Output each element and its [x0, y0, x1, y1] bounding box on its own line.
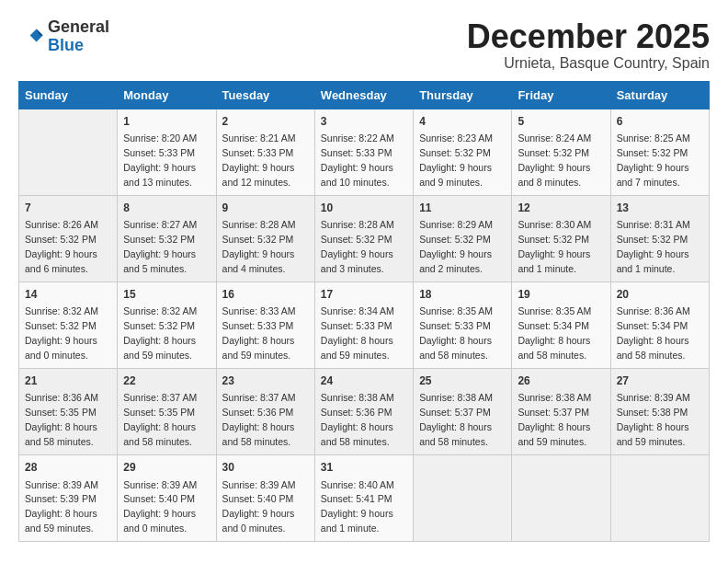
day-info: Sunrise: 8:22 AM Sunset: 5:33 PM Dayligh…	[321, 132, 394, 188]
header-thursday: Thursday	[414, 81, 512, 109]
day-number: 1	[123, 114, 210, 130]
day-info: Sunrise: 8:28 AM Sunset: 5:32 PM Dayligh…	[321, 219, 394, 274]
day-info: Sunrise: 8:38 AM Sunset: 5:36 PM Dayligh…	[321, 392, 394, 447]
day-number: 27	[617, 373, 703, 389]
table-row	[512, 455, 610, 542]
table-row: 22Sunrise: 8:37 AM Sunset: 5:35 PM Dayli…	[118, 369, 216, 455]
day-number: 29	[123, 460, 210, 476]
table-row: 8Sunrise: 8:27 AM Sunset: 5:32 PM Daylig…	[118, 195, 216, 282]
calendar-table: Sunday Monday Tuesday Wednesday Thursday…	[18, 81, 710, 543]
day-number: 12	[518, 201, 604, 216]
day-number: 3	[321, 114, 407, 130]
day-number: 25	[419, 373, 506, 389]
table-row: 15Sunrise: 8:32 AM Sunset: 5:32 PM Dayli…	[118, 282, 216, 368]
main-title: December 2025	[467, 18, 710, 55]
day-info: Sunrise: 8:38 AM Sunset: 5:37 PM Dayligh…	[518, 392, 591, 447]
day-number: 8	[123, 201, 210, 216]
day-info: Sunrise: 8:39 AM Sunset: 5:39 PM Dayligh…	[25, 479, 98, 534]
logo: General Blue	[18, 18, 109, 55]
title-block: December 2025 Urnieta, Basque Country, S…	[467, 18, 710, 72]
calendar-week-row: 14Sunrise: 8:32 AM Sunset: 5:32 PM Dayli…	[19, 282, 710, 368]
table-row: 7Sunrise: 8:26 AM Sunset: 5:32 PM Daylig…	[19, 195, 118, 282]
table-row: 28Sunrise: 8:39 AM Sunset: 5:39 PM Dayli…	[19, 455, 118, 542]
day-number: 21	[25, 373, 111, 389]
day-number: 31	[321, 460, 407, 476]
day-info: Sunrise: 8:21 AM Sunset: 5:33 PM Dayligh…	[222, 132, 296, 188]
header-sunday: Sunday	[19, 81, 118, 109]
table-row: 17Sunrise: 8:34 AM Sunset: 5:33 PM Dayli…	[314, 282, 413, 368]
day-info: Sunrise: 8:35 AM Sunset: 5:34 PM Dayligh…	[518, 305, 591, 361]
page-header: General Blue December 2025 Urnieta, Basq…	[18, 18, 710, 72]
day-info: Sunrise: 8:23 AM Sunset: 5:32 PM Dayligh…	[419, 132, 493, 188]
day-info: Sunrise: 8:31 AM Sunset: 5:32 PM Dayligh…	[617, 219, 690, 274]
table-row: 27Sunrise: 8:39 AM Sunset: 5:38 PM Dayli…	[610, 369, 709, 455]
day-number: 15	[123, 287, 210, 303]
calendar-week-row: 28Sunrise: 8:39 AM Sunset: 5:39 PM Dayli…	[19, 455, 710, 542]
day-number: 9	[222, 201, 309, 216]
table-row: 23Sunrise: 8:37 AM Sunset: 5:36 PM Dayli…	[216, 369, 314, 455]
subtitle: Urnieta, Basque Country, Spain	[467, 55, 710, 72]
table-row: 5Sunrise: 8:24 AM Sunset: 5:32 PM Daylig…	[512, 109, 610, 195]
table-row: 31Sunrise: 8:40 AM Sunset: 5:41 PM Dayli…	[314, 455, 413, 542]
day-number: 28	[25, 460, 111, 476]
header-monday: Monday	[118, 81, 216, 109]
day-info: Sunrise: 8:25 AM Sunset: 5:32 PM Dayligh…	[617, 132, 690, 188]
day-number: 22	[123, 373, 210, 389]
day-info: Sunrise: 8:27 AM Sunset: 5:32 PM Dayligh…	[123, 219, 197, 274]
day-number: 11	[419, 201, 506, 216]
day-number: 30	[222, 460, 309, 476]
table-row: 4Sunrise: 8:23 AM Sunset: 5:32 PM Daylig…	[414, 109, 512, 195]
header-saturday: Saturday	[610, 81, 709, 109]
day-number: 18	[419, 287, 506, 303]
table-row	[610, 455, 709, 542]
day-number: 16	[222, 287, 309, 303]
day-info: Sunrise: 8:37 AM Sunset: 5:36 PM Dayligh…	[222, 392, 296, 447]
table-row: 21Sunrise: 8:36 AM Sunset: 5:35 PM Dayli…	[19, 369, 118, 455]
table-row: 19Sunrise: 8:35 AM Sunset: 5:34 PM Dayli…	[512, 282, 610, 368]
logo-general: General	[48, 18, 109, 37]
day-number: 7	[25, 201, 111, 216]
table-row: 13Sunrise: 8:31 AM Sunset: 5:32 PM Dayli…	[610, 195, 709, 282]
table-row	[19, 109, 118, 195]
day-info: Sunrise: 8:29 AM Sunset: 5:32 PM Dayligh…	[419, 219, 493, 274]
day-info: Sunrise: 8:28 AM Sunset: 5:32 PM Dayligh…	[222, 219, 296, 274]
day-number: 2	[222, 114, 309, 130]
table-row: 9Sunrise: 8:28 AM Sunset: 5:32 PM Daylig…	[216, 195, 314, 282]
table-row: 1Sunrise: 8:20 AM Sunset: 5:33 PM Daylig…	[118, 109, 216, 195]
day-info: Sunrise: 8:35 AM Sunset: 5:33 PM Dayligh…	[419, 305, 493, 361]
day-number: 24	[321, 373, 407, 389]
day-info: Sunrise: 8:39 AM Sunset: 5:40 PM Dayligh…	[123, 479, 197, 534]
table-row: 20Sunrise: 8:36 AM Sunset: 5:34 PM Dayli…	[610, 282, 709, 368]
day-info: Sunrise: 8:32 AM Sunset: 5:32 PM Dayligh…	[123, 305, 197, 361]
table-row	[414, 455, 512, 542]
day-number: 19	[518, 287, 604, 303]
day-number: 5	[518, 114, 604, 130]
table-row: 12Sunrise: 8:30 AM Sunset: 5:32 PM Dayli…	[512, 195, 610, 282]
day-info: Sunrise: 8:24 AM Sunset: 5:32 PM Dayligh…	[518, 132, 591, 188]
day-number: 20	[617, 287, 703, 303]
table-row: 18Sunrise: 8:35 AM Sunset: 5:33 PM Dayli…	[414, 282, 512, 368]
logo-blue: Blue	[48, 37, 109, 55]
table-row: 25Sunrise: 8:38 AM Sunset: 5:37 PM Dayli…	[414, 369, 512, 455]
day-number: 14	[25, 287, 111, 303]
calendar-week-row: 21Sunrise: 8:36 AM Sunset: 5:35 PM Dayli…	[19, 369, 710, 455]
day-info: Sunrise: 8:40 AM Sunset: 5:41 PM Dayligh…	[321, 479, 394, 534]
table-row: 2Sunrise: 8:21 AM Sunset: 5:33 PM Daylig…	[216, 109, 314, 195]
table-row: 26Sunrise: 8:38 AM Sunset: 5:37 PM Dayli…	[512, 369, 610, 455]
day-info: Sunrise: 8:39 AM Sunset: 5:38 PM Dayligh…	[617, 392, 690, 447]
table-row: 16Sunrise: 8:33 AM Sunset: 5:33 PM Dayli…	[216, 282, 314, 368]
calendar-week-row: 7Sunrise: 8:26 AM Sunset: 5:32 PM Daylig…	[19, 195, 710, 282]
table-row: 30Sunrise: 8:39 AM Sunset: 5:40 PM Dayli…	[216, 455, 314, 542]
day-info: Sunrise: 8:33 AM Sunset: 5:33 PM Dayligh…	[222, 305, 296, 361]
day-info: Sunrise: 8:38 AM Sunset: 5:37 PM Dayligh…	[419, 392, 493, 447]
day-number: 17	[321, 287, 407, 303]
day-info: Sunrise: 8:36 AM Sunset: 5:34 PM Dayligh…	[617, 305, 690, 361]
day-info: Sunrise: 8:26 AM Sunset: 5:32 PM Dayligh…	[25, 219, 98, 274]
day-number: 26	[518, 373, 604, 389]
day-number: 23	[222, 373, 309, 389]
day-info: Sunrise: 8:39 AM Sunset: 5:40 PM Dayligh…	[222, 479, 296, 534]
logo-icon	[18, 24, 44, 50]
header-tuesday: Tuesday	[216, 81, 314, 109]
day-info: Sunrise: 8:37 AM Sunset: 5:35 PM Dayligh…	[123, 392, 197, 447]
day-info: Sunrise: 8:30 AM Sunset: 5:32 PM Dayligh…	[518, 219, 591, 274]
